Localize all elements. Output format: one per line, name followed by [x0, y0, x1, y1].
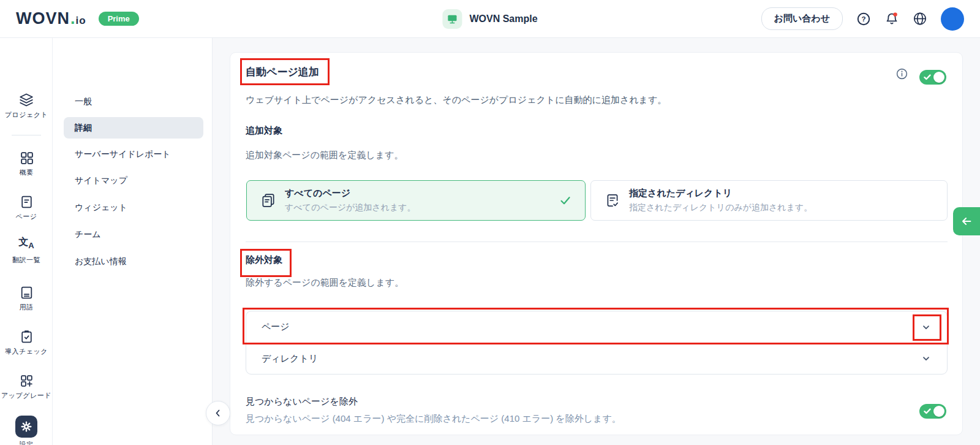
option-title: すべてのページ	[285, 188, 416, 199]
side-panel-arrow-button[interactable]	[953, 207, 980, 235]
option-specified-directories[interactable]: 指定されたディレクトリ 指定されたディレクトリのみが追加されます。	[590, 180, 948, 221]
nav-item-server-side-report[interactable]: サーバーサイドレポート	[64, 143, 203, 165]
project-name: WOVN Sample	[469, 13, 537, 25]
top-header: WOVN.io Prime WOVN Sample お問い合わせ ?	[0, 0, 980, 38]
nav-item-team[interactable]: チーム	[64, 224, 203, 245]
sidebar-item-label: ページ	[15, 212, 37, 221]
nav-item-sitemap[interactable]: サイトマップ	[64, 170, 203, 191]
selected-check-icon	[559, 194, 571, 207]
layers-icon	[18, 92, 34, 108]
sidebar-item-pages[interactable]: ページ	[0, 194, 53, 221]
sidebar-item-glossary[interactable]: 用語	[0, 284, 53, 312]
sidebar-item-label: 設定	[20, 440, 34, 445]
page-icon	[19, 194, 34, 210]
document-check-icon	[605, 192, 620, 208]
translate-glyph-main: 文	[18, 237, 28, 247]
translate-icon: 文A	[18, 237, 34, 253]
page-description: ウェブサイト上でページがアクセスされると、そのページがプロジェクトに自動的に追加…	[246, 94, 666, 106]
accordion-row-directories[interactable]: ディレクトリ	[246, 343, 947, 374]
sidebar-item-settings[interactable]: 設定	[0, 416, 53, 445]
auto-page-add-toggle[interactable]	[919, 70, 946, 85]
option-title: 指定されたディレクトリ	[629, 188, 812, 199]
section-divider	[246, 242, 948, 242]
nav-item-general[interactable]: 一般	[64, 91, 203, 112]
logo-text: WOVN	[16, 9, 70, 28]
glossary-book-icon	[19, 284, 34, 300]
toggle-knob	[933, 406, 944, 417]
sidebar-item-translations[interactable]: 文A 翻訳一覧	[0, 237, 53, 265]
monitor-icon	[442, 9, 462, 29]
accordion-row-pages[interactable]: ページ	[246, 311, 947, 343]
sidebar-item-upgrade[interactable]: アップグレード	[0, 373, 53, 400]
option-all-pages[interactable]: すべてのページ すべてのページが追加されます。	[246, 180, 586, 221]
info-icon[interactable]	[895, 67, 908, 80]
toggle-knob	[933, 72, 944, 83]
exclude-not-found-label: 見つからないページを除外	[246, 396, 358, 408]
arrow-left-icon	[960, 215, 973, 228]
nav-item-details[interactable]: 詳細	[64, 117, 203, 139]
sidebar-item-label: 用語	[20, 303, 34, 312]
chevron-down-icon[interactable]	[921, 354, 931, 363]
notification-dot	[893, 12, 897, 16]
option-description: すべてのページが追加されます。	[285, 202, 416, 213]
translate-glyph-sub: A	[28, 242, 34, 249]
exclude-target-heading: 除外対象	[246, 254, 282, 266]
sidebar-item-label: プロジェクト	[5, 110, 48, 120]
help-glyph: ?	[861, 15, 865, 23]
exclude-not-found-description: 見つからないページ (404 エラー) や完全に削除されたページ (410 エラ…	[246, 413, 621, 425]
user-avatar[interactable]	[941, 7, 964, 31]
exclude-not-found-toggle[interactable]	[919, 404, 946, 419]
sidebar-item-project[interactable]: プロジェクト	[0, 92, 53, 120]
logo-dot: .	[70, 9, 75, 28]
gear-icon	[15, 416, 37, 438]
sidebar-item-label: 導入チェック	[5, 347, 48, 356]
page-title: 自動ページ追加	[246, 65, 319, 79]
contact-button[interactable]: お問い合わせ	[761, 7, 843, 30]
option-description: 指定されたディレクトリのみが追加されます。	[629, 202, 812, 213]
main-sidebar: プロジェクト 概要 ページ 文A 翻訳一覧	[0, 38, 53, 445]
wovn-logo[interactable]: WOVN.io	[16, 9, 86, 28]
exclude-accordion: ページ ディレクトリ	[246, 311, 948, 375]
project-switcher[interactable]: WOVN Sample	[442, 9, 537, 29]
language-globe-icon[interactable]	[913, 11, 927, 27]
exclude-target-description: 除外するページの範囲を定義します。	[246, 277, 404, 289]
notification-bell-icon[interactable]	[884, 11, 899, 27]
accordion-label: ページ	[262, 321, 290, 333]
add-target-heading: 追加対象	[246, 125, 282, 137]
add-target-description: 追加対象ページの範囲を定義します。	[246, 150, 403, 161]
nav-item-billing[interactable]: お支払い情報	[64, 251, 203, 272]
plan-badge: Prime	[99, 12, 139, 26]
upgrade-icon	[19, 373, 34, 389]
sidebar-item-label: アップグレード	[1, 391, 51, 400]
sidebar-item-implementation-check[interactable]: 導入チェック	[0, 329, 53, 356]
clipboard-check-icon	[19, 329, 34, 344]
help-icon[interactable]: ?	[856, 11, 871, 27]
chevron-down-icon[interactable]	[921, 322, 931, 332]
sidebar-collapse-button[interactable]	[206, 401, 230, 425]
sidebar-item-overview[interactable]: 概要	[0, 150, 53, 177]
logo-suffix: io	[76, 15, 86, 27]
sidebar-divider	[12, 135, 41, 135]
sidebar-item-label: 翻訳一覧	[12, 256, 40, 265]
grid-icon	[19, 150, 34, 165]
settings-card: 自動ページ追加 ウェブサイト上でページがアクセスされると、そのページがプロジェク…	[230, 52, 963, 435]
nav-item-widget[interactable]: ウィジェット	[64, 197, 203, 218]
pages-icon	[260, 192, 276, 208]
sidebar-item-label: 概要	[20, 168, 34, 177]
accordion-label: ディレクトリ	[262, 353, 318, 365]
settings-nav: 一般 詳細 サーバーサイドレポート サイトマップ ウィジェット チーム お支払い…	[53, 38, 213, 445]
main-content: 自動ページ追加 ウェブサイト上でページがアクセスされると、そのページがプロジェク…	[213, 38, 980, 445]
